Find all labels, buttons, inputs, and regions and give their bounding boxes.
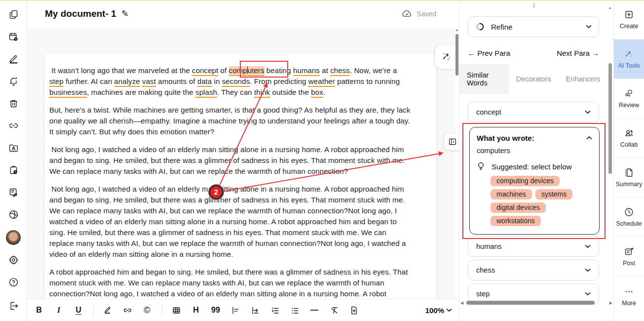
heading-button[interactable]: H [190,304,202,317]
underlined-word[interactable]: think [254,88,270,96]
zoom-select[interactable]: 100% [425,306,452,315]
save-status: Saved [402,10,436,18]
document-paragraph: It wasn't long ago that we marveled at t… [49,65,413,98]
insert-table-button[interactable] [170,304,182,317]
tab-decorators[interactable]: Decorators [509,64,559,94]
nav-post[interactable]: Post [614,237,644,277]
nav-more[interactable]: More [614,277,644,316]
underlined-word[interactable]: splash [195,88,217,96]
highlighter-button[interactable] [102,304,114,317]
shared-folder-icon[interactable] [7,141,20,154]
underlined-word[interactable]: businesses [49,88,87,96]
italic-button[interactable]: I [53,304,65,317]
clear-format-button[interactable] [328,304,340,317]
nav-collab[interactable]: Collab [614,119,644,158]
scroll-right-arrow[interactable]: ▶ [608,301,612,305]
nav-create[interactable]: Create [614,0,644,40]
ai-wand-icon [624,49,634,59]
scrollbar-thumb[interactable] [455,34,458,76]
prev-para-button[interactable]: ← Prev Para [468,49,510,57]
document-page[interactable]: It wasn't long ago that we marveled at t… [44,53,436,299]
bullet-list-button[interactable] [289,304,301,317]
toolbar-divider [162,305,162,316]
format-toolbar: B I U © H 99 — [27,299,459,321]
word-dropdown-humans[interactable]: humans [468,236,599,257]
settings-gear-icon[interactable] [7,253,20,266]
tab-similar-words[interactable]: Similar Words [459,64,509,94]
new-page-button[interactable] [348,304,360,317]
zoom-level: 100% [425,306,444,315]
indent-button[interactable] [249,304,261,317]
tab-enhancers[interactable]: Enhancers [559,64,607,94]
scroll-up-arrow[interactable]: ▲ [455,28,459,32]
panel-vertical-scrollbar[interactable]: ▲ [608,0,612,301]
help-icon[interactable] [7,276,20,288]
underlined-word[interactable]: data [197,77,212,85]
underlined-word[interactable]: analyze [114,77,140,85]
document-paragraph: But, here’s a twist. While machines are … [49,105,413,137]
underlined-word[interactable]: humans [293,66,320,75]
nav-review[interactable]: Review [614,79,644,119]
chevron-up-icon[interactable] [586,136,592,140]
link-icon[interactable] [7,119,20,132]
nav-label: Schedule [616,220,642,227]
saved-label: Saved [417,10,436,18]
nav-label: Post [623,260,635,267]
underline-button[interactable]: U [73,304,84,317]
copyright-button[interactable]: © [141,304,153,317]
calendar-schedule-icon[interactable] [7,30,20,43]
panel-horizontal-scrollbar[interactable]: ◀ ▶ [459,300,613,306]
more-ellipsis-icon [624,286,634,297]
horizontal-rule-button[interactable]: — [308,304,320,317]
scrollbar-thumb[interactable] [608,63,612,174]
next-para-button[interactable]: Next Para → [557,49,599,57]
nav-label: Collab [620,141,638,148]
scrollbar-thumb[interactable] [466,301,595,305]
feature-rail: Create AI Tools Review Collab Summary Sc… [613,0,644,321]
clipboard-history-icon[interactable] [7,163,20,176]
underlined-word[interactable]: seconds [222,77,250,85]
highlighted-word[interactable]: computers [229,66,265,75]
refine-dropdown[interactable]: Refine [468,16,599,37]
notifications-bell-icon[interactable] [7,75,20,87]
suggestion-chip[interactable]: digital devices [491,202,546,213]
user-avatar[interactable] [6,230,21,245]
blockquote-button[interactable]: 99 [210,304,222,317]
nav-label: Review [619,102,639,109]
copy-pages-icon[interactable] [7,8,20,21]
document-paragraph: Not long ago, I watched a video of an el… [49,144,413,177]
create-plus-icon [624,9,634,20]
nav-schedule[interactable]: Schedule [614,198,644,237]
bold-button[interactable]: B [33,304,45,317]
nav-summary[interactable]: Summary [614,158,644,198]
ai-tools-panel: Refine ← Prev Para Next Para → Similar W… [459,0,613,321]
document-scrollbar[interactable]: ▲ [455,27,459,299]
nav-ai-tools[interactable]: AI Tools [614,40,644,79]
trash-icon[interactable] [7,97,20,110]
editor-canvas: It wasn't long ago that we marveled at t… [27,27,455,299]
align-left-button[interactable] [229,304,241,317]
underlined-word[interactable]: vast [142,77,156,85]
underlined-word[interactable]: step [49,77,64,85]
document-area: My document- 1 ✎ Saved It wasn't long ag… [27,0,459,321]
suggestion-chip[interactable]: machines [491,189,532,200]
underlined-word[interactable]: weather [308,77,335,85]
scroll-up-arrow[interactable]: ▲ [608,6,612,9]
ordered-list-button[interactable] [269,304,281,317]
word-dropdown-concept[interactable]: concept [468,102,599,122]
document-workflow-icon[interactable] [7,186,20,199]
suggestion-chip[interactable]: workstations [491,216,541,226]
scroll-left-arrow[interactable]: ◀ [460,301,464,305]
suggestion-chip[interactable]: computing devices [491,176,560,186]
rename-pencil-icon[interactable]: ✎ [121,8,129,19]
signature-edit-icon[interactable] [7,52,20,65]
document-header: My document- 1 ✎ Saved [27,0,459,27]
underlined-word[interactable]: chess [330,66,350,75]
word-dropdown-chess[interactable]: chess [468,260,599,281]
underlined-word[interactable]: concept [192,66,218,75]
logout-icon[interactable] [7,299,20,312]
suggestion-chip[interactable]: systems [535,189,572,200]
insert-link-button[interactable] [121,304,133,317]
globe-icon[interactable] [7,208,20,221]
underlined-word[interactable]: box [311,88,323,96]
